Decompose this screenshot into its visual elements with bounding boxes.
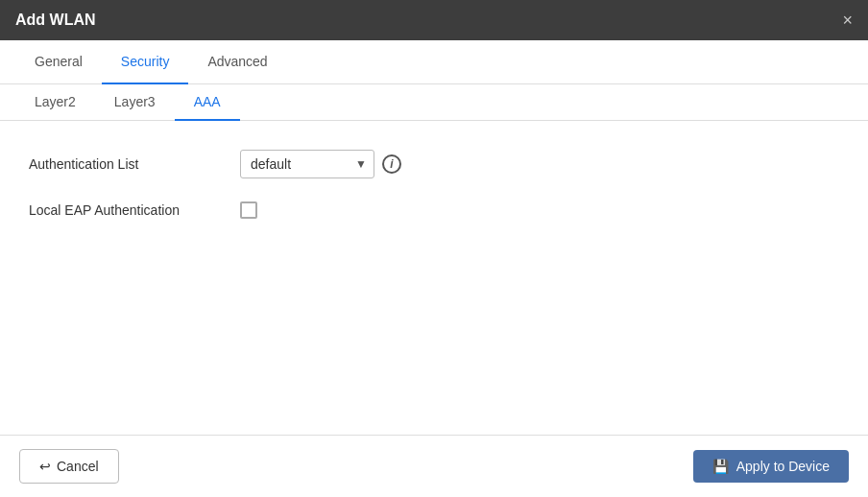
apply-label: Apply to Device (736, 459, 830, 474)
auth-list-select[interactable]: default custom none (240, 150, 374, 178)
close-button[interactable]: × (842, 12, 853, 29)
tab-layer2[interactable]: Layer2 (15, 84, 95, 121)
local-eap-label: Local EAP Authentication (29, 202, 240, 218)
undo-icon: ↩ (39, 459, 51, 474)
auth-list-label: Authentication List (29, 156, 240, 172)
info-icon[interactable]: i (382, 154, 401, 174)
tab-aaa[interactable]: AAA (175, 84, 240, 121)
tab-general[interactable]: General (15, 40, 102, 84)
save-icon: 💾 (712, 459, 729, 474)
modal-footer: ↩ Cancel 💾 Apply to Device (0, 435, 868, 497)
local-eap-control (240, 201, 257, 219)
apply-to-device-button[interactable]: 💾 Apply to Device (693, 450, 849, 483)
tab-security[interactable]: Security (102, 40, 189, 84)
cancel-button[interactable]: ↩ Cancel (19, 449, 119, 484)
auth-list-control: default custom none ▼ i (240, 150, 401, 178)
secondary-tabs: Layer2 Layer3 AAA (0, 84, 868, 121)
primary-tabs: General Security Advanced (0, 40, 868, 84)
modal-title: Add WLAN (15, 12, 96, 29)
modal-body: Authentication List default custom none … (0, 121, 868, 435)
local-eap-checkbox[interactable] (240, 201, 257, 219)
auth-list-select-wrapper: default custom none ▼ (240, 150, 374, 178)
tab-layer3[interactable]: Layer3 (95, 84, 175, 121)
modal-header: Add WLAN × (0, 0, 868, 40)
local-eap-row: Local EAP Authentication (29, 201, 839, 219)
tab-advanced[interactable]: Advanced (188, 40, 286, 84)
add-wlan-modal: Add WLAN × General Security Advanced Lay… (0, 0, 868, 497)
cancel-label: Cancel (57, 459, 99, 474)
auth-list-row: Authentication List default custom none … (29, 150, 839, 178)
